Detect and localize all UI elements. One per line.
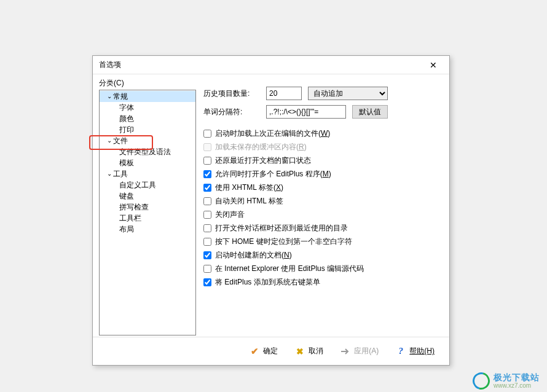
- dialog-content: 分类(C) ⌄常规 字体 颜色 打印 ⌄文件 文件类型及语法 模板 ⌄工具 自定…: [99, 78, 443, 335]
- ok-button[interactable]: ✔ 确定: [250, 346, 278, 356]
- check-restore_dir[interactable]: 打开文件对话框时还原到最近使用的目录: [203, 223, 443, 233]
- check-load_unsaved: 加载未保存的缓冲区内容(R): [203, 142, 443, 152]
- checkbox: [203, 143, 211, 151]
- check-mute[interactable]: 关闭声音: [203, 210, 443, 220]
- logo-icon: [470, 369, 493, 392]
- tree-item-templates[interactable]: 模板: [100, 157, 195, 168]
- watermark-text: 极光下载站 www.xz7.com: [494, 373, 540, 389]
- tree-label: 布局: [119, 224, 134, 235]
- button-label: 帮助(H): [409, 346, 435, 356]
- category-tree[interactable]: ⌄常规 字体 颜色 打印 ⌄文件 文件类型及语法 模板 ⌄工具 自定义工具 键盘…: [99, 90, 196, 335]
- checkbox[interactable]: [203, 184, 211, 192]
- button-bar: ✔ 确定 ✖ 取消 应用(A) ? 帮助(H): [93, 337, 449, 365]
- auto-append-select[interactable]: 自动追加: [308, 87, 388, 100]
- check-ie_source[interactable]: 在 Internet Explorer 使用 EditPlus 编辑源代码: [203, 264, 443, 274]
- check-multi_instance[interactable]: 允许同时打开多个 EditPlus 程序(M): [203, 169, 443, 179]
- button-label: 应用(A): [354, 346, 379, 356]
- tree-item-keyboard[interactable]: 键盘: [100, 190, 195, 202]
- checkbox[interactable]: [203, 238, 211, 246]
- tree-label: 工具: [113, 169, 128, 179]
- history-input[interactable]: [266, 87, 302, 100]
- tree-label: 颜色: [119, 114, 134, 124]
- dialog-title: 首选项: [99, 60, 121, 70]
- tree-item-spell[interactable]: 拼写检查: [100, 202, 195, 213]
- checkbox[interactable]: [203, 130, 211, 138]
- tree-label: 工具栏: [119, 213, 141, 224]
- tree-item-file[interactable]: ⌄文件: [100, 135, 195, 146]
- default-button[interactable]: 默认值: [352, 105, 388, 119]
- word-sep-label: 单词分隔符:: [203, 107, 260, 117]
- tree-label: 文件类型及语法: [119, 147, 171, 157]
- checkbox[interactable]: [203, 197, 211, 205]
- check-context_menu[interactable]: 将 EditPlus 添加到系统右键菜单: [203, 277, 443, 288]
- cancel-button[interactable]: ✖ 取消: [295, 346, 323, 356]
- chevron-down-icon: ⌄: [106, 170, 113, 177]
- button-label: 确定: [263, 346, 278, 356]
- arrow-right-icon: [340, 347, 350, 356]
- settings-panel: 历史项目数量: 自动追加 单词分隔符: 默认值 启动时加载上次正在编辑的文件(W…: [203, 78, 443, 335]
- history-label: 历史项目数量:: [203, 88, 260, 99]
- check-label: 启动时加载上次正在编辑的文件(W): [215, 128, 330, 139]
- tree-item-layout[interactable]: 布局: [100, 224, 195, 235]
- close-icon: ✕: [430, 60, 437, 70]
- help-button[interactable]: ? 帮助(H): [396, 346, 435, 356]
- checkbox[interactable]: [203, 278, 211, 286]
- check-label: 使用 XHTML 标签(X): [215, 182, 283, 193]
- check-restore_state[interactable]: 还原最近打开文档的窗口状态: [203, 155, 443, 166]
- watermark-url: www.xz7.com: [494, 382, 540, 389]
- checkbox[interactable]: [203, 265, 211, 273]
- tree-item-color[interactable]: 颜色: [100, 113, 195, 124]
- tree-item-general[interactable]: ⌄常规: [100, 91, 195, 102]
- tree-label: 字体: [119, 103, 134, 113]
- tree-label: 键盘: [119, 191, 134, 202]
- checkbox[interactable]: [203, 157, 211, 165]
- apply-button[interactable]: 应用(A): [340, 346, 379, 356]
- tree-item-filetypes[interactable]: 文件类型及语法: [100, 146, 195, 157]
- tree-item-font[interactable]: 字体: [100, 102, 195, 113]
- check-label: 在 Internet Explorer 使用 EditPlus 编辑源代码: [215, 264, 364, 274]
- watermark: 极光下载站 www.xz7.com: [473, 372, 540, 390]
- check-label: 自动关闭 HTML 标签: [215, 196, 283, 206]
- tree-item-toolbar[interactable]: 工具栏: [100, 213, 195, 224]
- check-label: 将 EditPlus 添加到系统右键菜单: [215, 277, 320, 288]
- check-label: 启动时创建新的文档(N): [215, 250, 292, 261]
- check-label: 打开文件对话框时还原到最近使用的目录: [215, 223, 348, 233]
- button-label: 取消: [309, 346, 323, 356]
- cross-icon: ✖: [295, 347, 305, 356]
- tree-label: 打印: [119, 125, 134, 135]
- word-sep-input[interactable]: [266, 105, 346, 119]
- tree-item-custom-tools[interactable]: 自定义工具: [100, 179, 195, 190]
- checkbox[interactable]: [203, 170, 211, 178]
- check-load_last[interactable]: 启动时加载上次正在编辑的文件(W): [203, 128, 443, 139]
- tree-label: 自定义工具: [119, 180, 156, 190]
- check-home_nonblank[interactable]: 按下 HOME 键时定位到第一个非空白字符: [203, 237, 443, 247]
- checkbox[interactable]: [203, 211, 211, 219]
- titlebar: 首选项 ✕: [93, 56, 449, 74]
- checkbox[interactable]: [203, 251, 211, 259]
- row-history: 历史项目数量: 自动追加: [203, 87, 443, 100]
- check-label: 允许同时打开多个 EditPlus 程序(M): [215, 169, 331, 179]
- close-button[interactable]: ✕: [421, 57, 446, 73]
- chevron-down-icon: ⌄: [106, 137, 113, 144]
- row-word-sep: 单词分隔符: 默认值: [203, 105, 443, 119]
- preferences-dialog: 首选项 ✕ 分类(C) ⌄常规 字体 颜色 打印 ⌄文件 文件类型及语法 模板 …: [92, 55, 450, 366]
- check-label: 加载未保存的缓冲区内容(R): [215, 142, 307, 152]
- check-icon: ✔: [250, 347, 259, 356]
- category-label: 分类(C): [99, 78, 196, 88]
- category-panel: 分类(C) ⌄常规 字体 颜色 打印 ⌄文件 文件类型及语法 模板 ⌄工具 自定…: [99, 78, 196, 335]
- tree-item-print[interactable]: 打印: [100, 124, 195, 135]
- tree-label: 模板: [119, 158, 134, 168]
- chevron-down-icon: ⌄: [106, 93, 113, 100]
- check-label: 关闭声音: [215, 210, 245, 220]
- check-xhtml[interactable]: 使用 XHTML 标签(X): [203, 182, 443, 193]
- tree-item-tools[interactable]: ⌄工具: [100, 168, 195, 179]
- tree-label: 常规: [113, 92, 128, 102]
- check-label: 还原最近打开文档的窗口状态: [215, 155, 311, 166]
- checkbox-list: 启动时加载上次正在编辑的文件(W)加载未保存的缓冲区内容(R)还原最近打开文档的…: [203, 128, 443, 288]
- tree-label: 文件: [113, 136, 128, 146]
- tree-label: 拼写检查: [119, 202, 149, 213]
- check-new_doc[interactable]: 启动时创建新的文档(N): [203, 250, 443, 261]
- check-auto_close_html[interactable]: 自动关闭 HTML 标签: [203, 196, 443, 206]
- watermark-cn: 极光下载站: [494, 373, 540, 382]
- checkbox[interactable]: [203, 224, 211, 232]
